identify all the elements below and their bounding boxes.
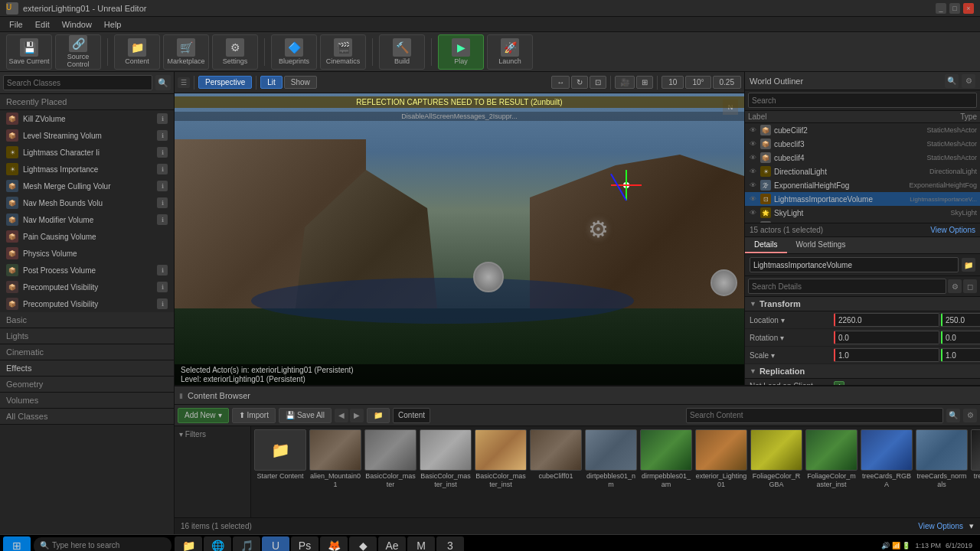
taskbar-3ds[interactable]: 3 xyxy=(436,536,464,552)
outliner-item-cubeclif3[interactable]: 👁 📦 cubeclif3 StaticMeshActor xyxy=(745,137,980,151)
launch-btn[interactable]: 🚀 Launch xyxy=(487,34,533,70)
list-item-navmod[interactable]: 📦 Nav Modifier Volume ℹ xyxy=(0,211,174,228)
asset-foliage-rgba[interactable]: FoliageColor_RGBA xyxy=(750,429,802,489)
asset-basiccolor3[interactable]: BasicColor_master_inst xyxy=(475,429,527,489)
scale-mode-btn[interactable]: ⊡ xyxy=(590,76,606,89)
taskbar-search[interactable]: 🔍 Type here to search xyxy=(34,537,172,552)
marketplace-btn[interactable]: 🛒 Marketplace xyxy=(163,34,209,70)
lightmassimp-info-btn[interactable]: ℹ xyxy=(157,164,168,174)
taskbar-maya[interactable]: M xyxy=(407,536,435,552)
rotate-mode-btn[interactable]: ↻ xyxy=(571,76,588,89)
world-settings-tab[interactable]: World Settings xyxy=(787,237,855,253)
list-item-precomputed1[interactable]: 📦 Precomputed Visibility ℹ xyxy=(0,279,174,295)
filters-btn[interactable]: ▾ Filters xyxy=(178,429,247,439)
details-search-input[interactable] xyxy=(748,279,946,294)
source-control-btn[interactable]: 🔗 Source Control xyxy=(55,34,101,70)
list-item-paincausing[interactable]: 📦 Pain Causing Volume xyxy=(0,228,174,245)
play-btn[interactable]: ▶ Play xyxy=(438,34,484,70)
start-btn[interactable]: ⊞ xyxy=(3,536,31,552)
cb-search-input[interactable] xyxy=(686,408,943,423)
outliner-item-dirlight[interactable]: 👁 ☀ DirectionalLight DirectionalLight xyxy=(745,165,980,178)
details-filter-btn[interactable]: ⚙ xyxy=(948,279,962,293)
grid-btn[interactable]: ⊞ xyxy=(636,76,653,89)
navmod-info-btn[interactable]: ℹ xyxy=(157,214,168,225)
asset-treecards-normals[interactable]: treeCards_normals xyxy=(916,429,968,489)
list-item-lightmassimp[interactable]: ☀ Lightmass Importance ℹ xyxy=(0,161,174,178)
taskbar-photoshop[interactable]: Ps xyxy=(291,536,318,552)
asset-cubecliff[interactable]: cubeCliff01 xyxy=(530,429,582,481)
details-collapse-btn[interactable]: ◻ xyxy=(963,279,977,293)
asset-starter[interactable]: 📁 Starter Content xyxy=(254,429,306,481)
list-item-lightmasschar[interactable]: ☀ Lightmass Character Ii ℹ xyxy=(0,144,174,161)
save-all-btn[interactable]: 💾 Save All xyxy=(279,408,332,423)
actor-name-input[interactable] xyxy=(750,257,959,272)
rotation-y-input[interactable] xyxy=(941,331,980,344)
outliner-item-expfog[interactable]: 👁 🌫 ExponentialHeightFog ExponentialHeig… xyxy=(745,178,980,192)
eye-icon-lightmassvol[interactable]: 👁 xyxy=(748,194,757,204)
taskbar-spotify[interactable]: 🎵 xyxy=(233,536,260,552)
settings-btn[interactable]: ⚙ Settings xyxy=(212,34,258,70)
outliner-search-btn[interactable]: 🔍 xyxy=(945,74,959,88)
eye-icon-cubeclif2[interactable]: 👁 xyxy=(748,126,757,135)
asset-mountain[interactable]: alien_Mountain01 xyxy=(309,429,361,489)
taskbar-vs[interactable]: ◆ xyxy=(349,536,377,552)
cb-folder-btn[interactable]: 📁 xyxy=(367,408,390,423)
translate-mode-btn[interactable]: ↔ xyxy=(551,76,570,89)
outliner-item-lightmassvol[interactable]: 👁 ⊡ LightmassImportanceVolume LightmassI… xyxy=(745,192,980,206)
eye-icon-dirlight[interactable]: 👁 xyxy=(748,167,757,176)
taskbar-chrome[interactable]: 🌐 xyxy=(204,536,231,552)
viewport-menu-btn[interactable]: ☰ xyxy=(178,77,190,88)
asset-dirtpebbles[interactable]: dirtpebbles01_nm xyxy=(585,429,637,489)
outliner-settings-btn[interactable]: ⚙ xyxy=(962,74,975,88)
camera-speed-btn[interactable]: 🎥 xyxy=(615,76,635,89)
list-item-killzvolume[interactable]: 📦 Kill ZVolume ℹ xyxy=(0,110,174,127)
postprocess-info-btn[interactable]: ℹ xyxy=(157,265,168,276)
show-btn[interactable]: Show xyxy=(284,76,317,89)
list-item-physics[interactable]: 📦 Physics Volume xyxy=(0,245,174,262)
outliner-view-options-btn[interactable]: View Options xyxy=(930,226,975,234)
close-btn[interactable]: × xyxy=(963,3,974,14)
build-btn[interactable]: 🔨 Build xyxy=(379,34,425,70)
taskbar-explorer[interactable]: 📁 xyxy=(175,536,202,552)
scale-x-input[interactable] xyxy=(834,348,939,362)
maximize-btn[interactable]: □ xyxy=(949,3,960,14)
details-tab[interactable]: Details xyxy=(745,237,787,253)
perspective-btn[interactable]: Perspective xyxy=(198,76,252,89)
meshmerge-info-btn[interactable]: ℹ xyxy=(157,181,168,191)
cb-search-btn[interactable]: 🔍 xyxy=(946,409,960,422)
levelstreaming-info-btn[interactable]: ℹ xyxy=(157,130,168,141)
location-y-input[interactable] xyxy=(941,313,980,327)
location-x-input[interactable] xyxy=(834,313,939,327)
outliner-item-skylight[interactable]: 👁 🌟 SkyLight SkyLight xyxy=(745,206,980,220)
replication-section-header[interactable]: ▼ Replication xyxy=(745,364,980,379)
cb-view-options-btn[interactable]: View Options xyxy=(918,522,963,530)
taskbar-ue4[interactable]: U xyxy=(262,536,289,552)
save-current-btn[interactable]: 💾 Save Current xyxy=(6,34,52,70)
lit-btn[interactable]: Lit xyxy=(260,76,283,89)
actor-browse-btn[interactable]: 📁 xyxy=(962,258,975,272)
grid-size-display[interactable]: 10 xyxy=(662,76,684,89)
list-item-levelstreaming[interactable]: 📦 Level Streaming Volum ℹ xyxy=(0,127,174,144)
asset-foliage-inst[interactable]: FoliageColor_master_inst xyxy=(805,429,858,489)
asset-dirpebbles2[interactable]: dirmpebbles01_am xyxy=(640,429,692,489)
scale-y-input[interactable] xyxy=(941,348,980,362)
outliner-search-input[interactable] xyxy=(748,93,977,108)
eye-icon-cubeclif4[interactable]: 👁 xyxy=(748,153,757,162)
cb-forward-btn[interactable]: ▶ xyxy=(350,409,364,422)
angle-display[interactable]: 10° xyxy=(685,76,710,89)
lightmasschar-info-btn[interactable]: ℹ xyxy=(157,147,168,158)
list-item-precomputed2[interactable]: 📦 Precomputed Visibility ℹ xyxy=(0,295,174,312)
menu-file[interactable]: File xyxy=(3,18,29,31)
asset-treecards-vols[interactable]: treeCards_vols xyxy=(971,429,980,481)
viewport[interactable]: ⚙ REFLECTION CAPTURES NEED TO BE RESULT … xyxy=(175,93,744,385)
class-search-btn[interactable]: 🔍 xyxy=(155,75,171,90)
taskbar-browser2[interactable]: 🦊 xyxy=(320,536,348,552)
killzvolume-info-btn[interactable]: ℹ xyxy=(157,113,168,124)
window-controls[interactable]: _ □ × xyxy=(936,3,974,14)
navmesh-info-btn[interactable]: ℹ xyxy=(157,197,168,208)
menu-help[interactable]: Help xyxy=(98,18,128,31)
blueprints-btn[interactable]: 🔷 Blueprints xyxy=(271,34,317,70)
minimize-btn[interactable]: _ xyxy=(936,3,946,14)
cb-settings-btn[interactable]: ⚙ xyxy=(963,409,977,422)
taskbar-aftereffects[interactable]: Ae xyxy=(378,536,406,552)
